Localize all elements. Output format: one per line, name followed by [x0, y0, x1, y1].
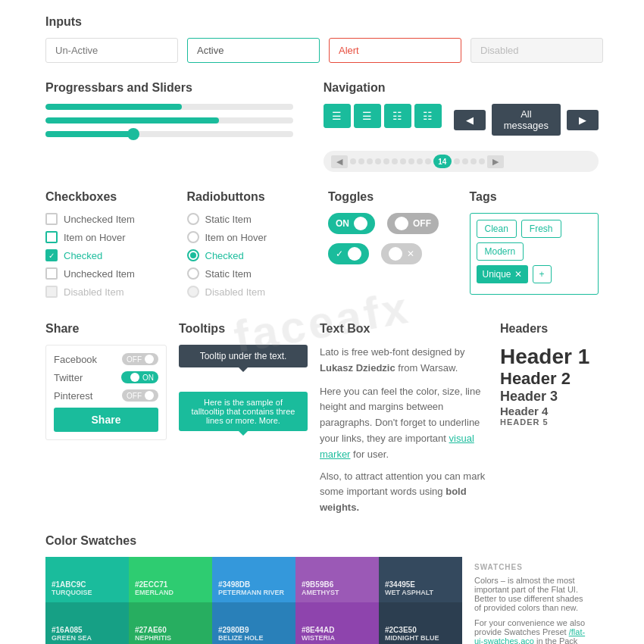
header-5: HEADER 5	[500, 417, 599, 427]
bold-weights-text: bold weights.	[320, 486, 467, 513]
cb-box-3[interactable]: ✓	[45, 249, 58, 261]
swatches-title: Color Swatches	[45, 534, 599, 548]
toggle-off-btn[interactable]: OFF	[387, 213, 439, 234]
rb-item-3[interactable]: Checked	[187, 249, 317, 261]
nav-icon-grid2[interactable]: ☷	[414, 104, 442, 128]
share-twitter-row: Twitter ON	[54, 371, 158, 383]
input-alert[interactable]	[329, 38, 461, 63]
toggle-check-btn[interactable]: ✓	[328, 243, 369, 264]
pag-left-btn[interactable]: ◀	[331, 155, 348, 168]
cb-label-5: Disabled Item	[64, 286, 123, 298]
rb-item-2[interactable]: Item on Hover	[187, 231, 317, 243]
inputs-section: Inputs	[45, 15, 599, 63]
cb-box-2[interactable]	[45, 231, 58, 243]
nav-icon-list1[interactable]: ☰	[324, 104, 351, 128]
nav-icon-list2[interactable]: ☰	[354, 104, 381, 128]
tag-add-btn[interactable]: +	[533, 265, 552, 283]
share-twitter-label: Twitter	[54, 372, 83, 383]
cb-item-4[interactable]: Unchecked Item	[45, 267, 175, 280]
toggle-x-btn[interactable]: ✕	[381, 243, 422, 264]
share-pinterest-off: OFF	[127, 392, 142, 400]
share-pinterest-row: Pinterest OFF	[54, 389, 158, 402]
navigation-title: Navigation	[324, 81, 599, 95]
tooltip-green: Here is the sample of talltooltip that c…	[179, 392, 308, 431]
tags-title: Tags	[470, 190, 599, 204]
textbox-col: Text Box Lato is free web-font designed …	[320, 322, 488, 516]
input-active[interactable]	[187, 38, 320, 63]
swatch-belize: #2980B9BELIZE HOLE	[212, 602, 295, 644]
tag-remove-icon[interactable]: ✕	[514, 269, 522, 280]
rb-circle-2[interactable]	[187, 231, 199, 243]
cb-box-4[interactable]	[45, 267, 58, 280]
swatch-turquoise: #1ABC9CTURQUOISE	[45, 557, 129, 602]
progress-bar-2	[45, 117, 293, 123]
tag-modern[interactable]: Modern	[477, 242, 524, 261]
swatches-grid-col: #1ABC9CTURQUOISE #2ECC71EMERLAND #3498DB…	[45, 557, 462, 644]
share-button[interactable]: Share	[54, 408, 158, 432]
all-messages-btn[interactable]: All messages	[492, 104, 561, 136]
tooltip-green-text: Here is the sample of talltooltip that c…	[192, 398, 295, 425]
rb-item-1[interactable]: Static Item	[187, 213, 317, 225]
rb-circle-4[interactable]	[187, 267, 199, 280]
toggle-check-label: ✓	[336, 249, 343, 259]
rb-label-2: Item on Hover	[205, 232, 267, 243]
swatches-link[interactable]: /flat-ui-swatches.aco	[474, 627, 585, 644]
swatch-petermann: #3498DBPETERMANN RIVER	[212, 557, 295, 602]
cb-label-2: Item on Hover	[64, 232, 126, 243]
share-facebook-off: OFF	[127, 355, 142, 364]
swatches-info-text2: For your convenience we also provide Swa…	[474, 618, 586, 644]
tag-unique-label: Unique	[483, 269, 511, 280]
share-twitter-toggle[interactable]: ON	[121, 371, 158, 383]
rb-circle-3[interactable]	[187, 249, 199, 261]
checkboxes-radios-row: Checkboxes Unchecked Item Item on Hover …	[45, 190, 599, 304]
cb-label-4: Unchecked Item	[64, 268, 135, 280]
dot-4	[375, 158, 381, 164]
tag-clean[interactable]: Clean	[477, 220, 517, 238]
nav-controls-row: ☰ ☰ ☷ ☷ ◀ All messages ▶	[324, 104, 599, 143]
cb-box-1[interactable]	[45, 213, 58, 225]
tags-row-1: Clean Fresh Modern	[477, 220, 592, 261]
inputs-row	[45, 38, 599, 63]
rb-circle-5	[187, 286, 199, 298]
pag-right-btn[interactable]: ▶	[487, 155, 504, 168]
visual-marker-link[interactable]: visual marker	[320, 433, 474, 460]
swatches-info-title: SWATCHES	[474, 563, 586, 571]
slider-thumb[interactable]	[127, 128, 139, 140]
dot-current: 14	[433, 155, 452, 168]
nav-icon-grid1[interactable]: ☷	[384, 104, 411, 128]
headers-col: Headers Header 1 Header 2 Header 3 Heade…	[500, 322, 599, 516]
share-facebook-toggle[interactable]: OFF	[122, 353, 158, 365]
tag-add-icon: +	[539, 269, 545, 280]
tag-unique[interactable]: Unique ✕	[477, 265, 528, 283]
slider-track	[45, 131, 293, 137]
dot-9	[417, 158, 423, 164]
rb-item-4[interactable]: Static Item	[187, 267, 317, 280]
nav-next-btn[interactable]: ▶	[567, 110, 599, 130]
dot-8	[408, 158, 414, 164]
textbox-para2: Also, to attract attention you can mark …	[320, 469, 488, 516]
nav-prev-btn[interactable]: ◀	[454, 110, 486, 130]
cb-item-2[interactable]: Item on Hover	[45, 231, 175, 243]
dot-5	[383, 158, 389, 164]
share-pinterest-label: Pinterest	[54, 390, 92, 402]
navigation-section: Navigation ☰ ☰ ☷ ☷ ◀ All messages ▶ ◀	[324, 81, 599, 172]
swatches-top-row: #1ABC9CTURQUOISE #2ECC71EMERLAND #3498DB…	[45, 557, 462, 602]
rb-label-3: Checked	[205, 250, 244, 261]
swatches-mid-row: #16A085GREEN SEA #27AE60NEPHRITIS #2980B…	[45, 602, 462, 644]
slider-1[interactable]	[45, 131, 293, 137]
rb-item-5: Disabled Item	[187, 286, 317, 298]
cb-item-3[interactable]: ✓ Checked	[45, 249, 175, 261]
input-inactive[interactable]	[45, 38, 178, 63]
swatches-info-text1: Colors – is almost the most important pa…	[474, 576, 586, 612]
header-4: Header 4	[500, 405, 599, 417]
spacer	[179, 375, 308, 384]
rb-label-4: Static Item	[205, 268, 252, 280]
cb-item-1[interactable]: Unchecked Item	[45, 213, 175, 225]
share-pinterest-toggle[interactable]: OFF	[122, 389, 158, 402]
swatch-nephritis: #27AE60NEPHRITIS	[129, 602, 212, 644]
rb-circle-1[interactable]	[187, 213, 199, 225]
tag-fresh[interactable]: Fresh	[521, 220, 561, 238]
rb-label-1: Static Item	[205, 214, 252, 225]
toggle-on-btn[interactable]: ON	[328, 213, 375, 234]
dot-12	[454, 158, 460, 164]
